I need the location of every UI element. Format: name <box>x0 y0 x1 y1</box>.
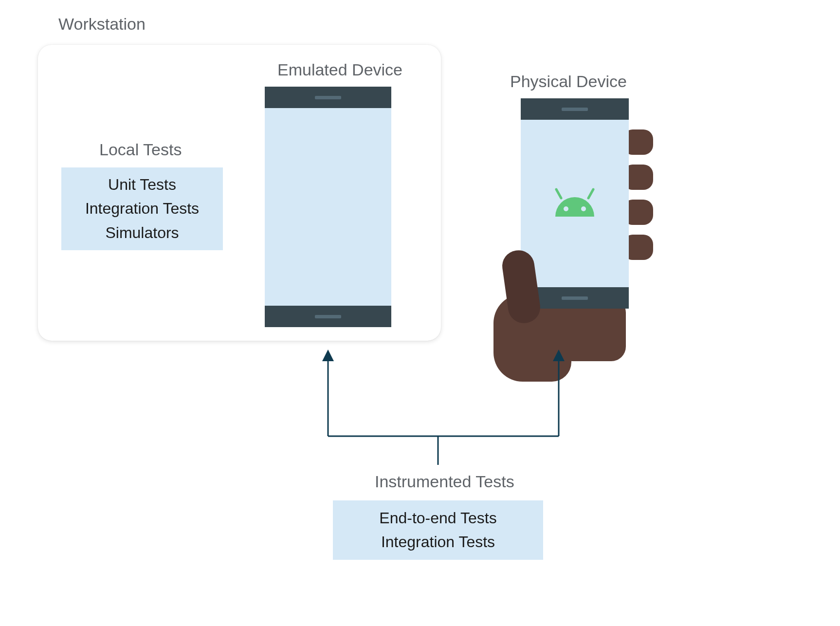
phone-home-icon <box>562 296 588 300</box>
emulated-device-icon <box>265 87 391 327</box>
phone-home-icon <box>315 315 341 318</box>
instrumented-tests-box: End-to-end Tests Integration Tests <box>333 500 543 560</box>
local-tests-item-unit: Unit Tests <box>108 174 176 195</box>
instrumented-tests-item-e2e: End-to-end Tests <box>379 508 496 529</box>
local-tests-label: Local Tests <box>99 140 182 159</box>
phone-bottom-bar <box>265 306 391 327</box>
local-tests-item-simulators: Simulators <box>105 222 179 243</box>
svg-line-2 <box>556 189 561 198</box>
instrumented-tests-label: Instrumented Tests <box>375 472 514 491</box>
physical-device-icon <box>494 98 640 351</box>
local-tests-box: Unit Tests Integration Tests Simulators <box>61 167 223 250</box>
svg-line-3 <box>588 189 593 198</box>
phone-top-bar <box>521 98 629 120</box>
workstation-label: Workstation <box>58 15 146 34</box>
android-logo-icon <box>546 182 604 225</box>
svg-point-0 <box>564 206 568 211</box>
svg-point-1 <box>581 206 586 211</box>
phone-speaker-icon <box>562 108 588 111</box>
local-tests-item-integration: Integration Tests <box>85 198 199 219</box>
physical-device-label: Physical Device <box>510 72 627 91</box>
phone-speaker-icon <box>315 96 341 99</box>
emulated-device-label: Emulated Device <box>277 60 402 79</box>
phone-top-bar <box>265 87 391 108</box>
instrumented-tests-item-integration: Integration Tests <box>381 532 495 552</box>
